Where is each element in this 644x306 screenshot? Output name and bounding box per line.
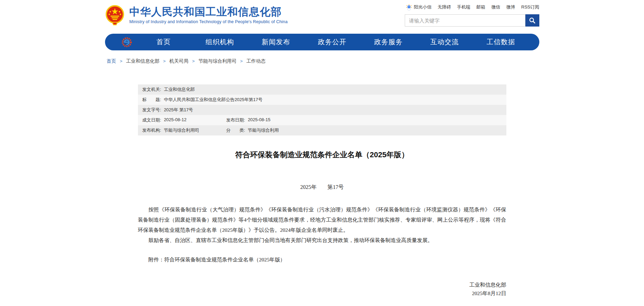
miit-logo-icon	[121, 37, 132, 48]
meta-label: 发布日期:	[226, 117, 245, 123]
article-body: 按照《环保装备制造行业（大气治理）规范条件》《环保装备制造行业（污水治理）规范条…	[138, 205, 506, 245]
meta-cell: 发布日期: 2025-08-15	[226, 117, 271, 123]
national-emblem-icon	[105, 5, 125, 26]
meta-cell: 发布机构: 节能与综合利用司	[142, 127, 226, 133]
search-input[interactable]	[405, 14, 525, 27]
meta-value: 工业和信息化部	[164, 86, 195, 93]
meta-cell: 成文日期: 2025-08-12	[142, 117, 226, 123]
topbar-link-rss[interactable]: RSS订阅	[521, 4, 539, 10]
breadcrumb: 首页 > 工业和信息化部 > 机关司局 > 节能与综合利用司 > 工作动态	[105, 58, 539, 64]
meta-value: 节能与综合利用司	[164, 127, 199, 133]
search-icon	[529, 17, 536, 24]
breadcrumb-item-departments[interactable]: 机关司局	[169, 58, 188, 64]
breadcrumb-item-miit[interactable]: 工业和信息化部	[126, 58, 159, 64]
breadcrumb-item-home[interactable]: 首页	[107, 58, 116, 64]
header: 中华人民共和国工业和信息化部 Ministry of Industry and …	[105, 0, 539, 27]
meta-cell: 发文机关: 工业和信息化部	[142, 86, 195, 93]
meta-label: 发布机构:	[142, 127, 161, 133]
nav-item-gov-service[interactable]: 政务服务	[360, 37, 416, 47]
nav-item-gov-open[interactable]: 政务公开	[304, 37, 360, 47]
header-right: 阳光小信 无障碍 手机端 邮箱 微信 微博 RSS订阅	[405, 3, 539, 27]
table-row: 发文机关: 工业和信息化部	[138, 84, 506, 95]
attachment-link[interactable]: 附件：符合环保装备制造业规范条件企业名单（2025年版）	[138, 255, 506, 265]
nav-item-data[interactable]: 工信数据	[473, 37, 529, 47]
brand-text: 中华人民共和国工业和信息化部 Ministry of Industry and …	[129, 5, 288, 24]
nav-item-organization[interactable]: 组织机构	[192, 37, 248, 47]
search-button[interactable]	[525, 14, 539, 27]
document: 发文机关: 工业和信息化部 标 题: 中华人民共和国工业和信息化部公告2025年…	[138, 84, 506, 297]
meta-cell: 分 类: 节能与综合利用	[226, 127, 279, 133]
topbar-quick-links: 阳光小信 无障碍 手机端 邮箱 微信 微博 RSS订阅	[406, 3, 539, 11]
meta-value: 节能与综合利用	[248, 127, 279, 133]
page: 中华人民共和国工业和信息化部 Ministry of Industry and …	[105, 0, 539, 297]
table-row: 成文日期: 2025-08-12 发布日期: 2025-08-15	[138, 115, 506, 125]
announcement-number: 2025年 第17号	[138, 184, 506, 191]
main-nav: 首页 组织机构 新闻发布 政务公开 政务服务 互动交流 工信数据	[105, 34, 539, 50]
meta-value: 中华人民共和国工业和信息化部公告2025年第17号	[164, 97, 262, 103]
breadcrumb-separator: >	[163, 59, 166, 64]
site-title-cn: 中华人民共和国工业和信息化部	[129, 6, 288, 18]
meta-value: 2025-08-12	[164, 117, 187, 123]
article-paragraph: 按照《环保装备制造行业（大气治理）规范条件》《环保装备制造行业（污水治理）规范条…	[138, 205, 506, 235]
meta-label: 标 题:	[142, 97, 161, 103]
topbar-link-mobile[interactable]: 手机端	[457, 4, 470, 10]
table-row: 发布机构: 节能与综合利用司 分 类: 节能与综合利用	[138, 125, 506, 135]
nav-item-news[interactable]: 新闻发布	[248, 37, 304, 47]
table-row: 标 题: 中华人民共和国工业和信息化部公告2025年第17号	[138, 95, 506, 105]
breadcrumb-item-work-news[interactable]: 工作动态	[246, 58, 265, 64]
mascot-icon	[406, 4, 412, 11]
breadcrumb-separator: >	[192, 59, 195, 64]
topbar-link-wechat[interactable]: 微信	[491, 4, 500, 10]
meta-label: 发文机关:	[142, 86, 161, 93]
topbar-link-mail[interactable]: 邮箱	[476, 4, 485, 10]
topbar-link-accessibility[interactable]: 无障碍	[438, 4, 451, 10]
topbar-link-weibo[interactable]: 微博	[506, 4, 515, 10]
nav-item-home[interactable]: 首页	[136, 37, 192, 47]
signature-block: 工业和信息化部 2025年8月12日	[138, 280, 506, 297]
meta-label: 成文日期:	[142, 117, 161, 123]
breadcrumb-item-energy-dept[interactable]: 节能与综合利用司	[198, 58, 237, 64]
site-brand[interactable]: 中华人民共和国工业和信息化部 Ministry of Industry and …	[105, 5, 288, 27]
meta-value: 2025-08-15	[248, 117, 271, 123]
meta-value: 2025年 第17号	[164, 107, 193, 113]
topbar-link-sunshine[interactable]: 阳光小信	[406, 4, 432, 11]
site-title-en: Ministry of Industry and Information Tec…	[129, 19, 288, 24]
breadcrumb-separator: >	[240, 59, 243, 64]
meta-cell: 标 题: 中华人民共和国工业和信息化部公告2025年第17号	[142, 97, 263, 103]
topbar-link-label: 阳光小信	[414, 4, 432, 10]
document-meta-table: 发文机关: 工业和信息化部 标 题: 中华人民共和国工业和信息化部公告2025年…	[138, 84, 506, 135]
article-title: 符合环保装备制造业规范条件企业名单（2025年版）	[138, 150, 506, 160]
meta-label: 分 类:	[226, 127, 245, 133]
meta-label: 发文字号:	[142, 107, 161, 113]
article-paragraph: 鼓励各省、自治区、直辖市工业和信息化主管部门会同当地有关部门研究出台支持政策，推…	[138, 235, 506, 245]
meta-cell: 发文字号: 2025年 第17号	[142, 107, 193, 113]
signature-date: 2025年8月12日	[138, 289, 506, 297]
nav-item-interaction[interactable]: 互动交流	[417, 37, 473, 47]
table-row: 发文字号: 2025年 第17号	[138, 105, 506, 115]
breadcrumb-separator: >	[120, 59, 122, 64]
signature-org: 工业和信息化部	[138, 280, 506, 289]
search-bar	[405, 14, 539, 27]
